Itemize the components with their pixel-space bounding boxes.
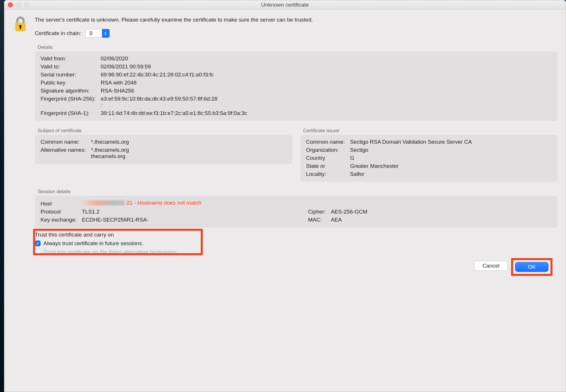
cipher-label: Cipher: xyxy=(308,209,326,215)
session-panel: Host :21 - Hostname does not match Proto… xyxy=(35,196,558,228)
mac-value: AEA xyxy=(331,217,552,223)
trust-althosts-checkbox: ✓ xyxy=(35,249,41,255)
sha1-value: 39:11:4d:74:4b:dd:ee:f3:1b:e7:2c:a5:e1:8… xyxy=(101,110,552,116)
pubkey-label: Public key xyxy=(41,80,95,86)
svg-rect-5 xyxy=(20,27,21,29)
issuer-cn-value: Sectigo RSA Domain Validation Secure Ser… xyxy=(350,139,552,145)
cancel-button[interactable]: Cancel xyxy=(474,261,508,271)
kex-label: Key exchange: xyxy=(41,217,77,223)
protocol-value: TLS1.2 xyxy=(82,209,303,215)
issuer-org-value: Sectigo xyxy=(350,147,552,153)
chain-select[interactable]: 0 xyxy=(85,29,102,38)
ok-button-label: OK xyxy=(528,264,536,270)
issuer-state-label: State or xyxy=(306,163,345,169)
host-redacted xyxy=(82,200,125,205)
trust-title: Trust this certificate and carry on xyxy=(35,232,558,238)
serial-value: 69:96:90:ef:22:4b:30:4c:21:28:02:c4:f1:a… xyxy=(101,72,552,78)
window-minimize-button[interactable] xyxy=(16,2,21,7)
issuer-loc-value: Salfor xyxy=(350,171,552,177)
issuer-state-value: Greater Manchester xyxy=(350,163,552,169)
sha256-label: Fingerprint (SHA-256): xyxy=(41,96,95,108)
host-label: Host xyxy=(41,201,77,207)
issuer-country-label: Country xyxy=(306,155,345,161)
valid-to-label: Valid to: xyxy=(41,64,95,70)
host-value-text: :21 - Hostname does not match xyxy=(125,200,201,206)
serial-label: Serial number: xyxy=(41,72,95,78)
subject-an-label: Alternative names: xyxy=(41,147,86,160)
titlebar: Unknown certificate xyxy=(4,0,566,9)
issuer-legend: Certificate issuer xyxy=(303,128,558,134)
issuer-cn-label: Common name: xyxy=(306,139,345,145)
subject-legend: Subject of certificate xyxy=(38,128,292,134)
lock-icon xyxy=(13,16,28,392)
kex-value: ECDHE-SECP256R1-RSA- xyxy=(82,217,303,223)
always-trust-row[interactable]: ✓ Always trust certificate in future ses… xyxy=(35,240,558,247)
sha256-value: e3:ef:59:9c:10:8b:da:db:43:e9:59:50:57:8… xyxy=(101,96,552,108)
sigalg-label: Signature algorithm: xyxy=(41,88,95,94)
trust-althosts-row: ✓ Trust this certificate on the listed a… xyxy=(35,249,558,255)
subject-panel: Common name: *.thecamels.org Alternative… xyxy=(35,135,292,164)
sha1-label: Fingerprint (SHA-1): xyxy=(41,110,95,116)
window-zoom-button[interactable] xyxy=(24,2,30,7)
session-legend: Session details xyxy=(38,189,558,195)
valid-from-value: 02/06/2020 xyxy=(101,55,552,62)
always-trust-label: Always trust certificate in future sessi… xyxy=(43,240,143,247)
cancel-button-label: Cancel xyxy=(482,263,499,269)
intro-text: The server's certificate is unknown. Ple… xyxy=(35,16,558,24)
subject-cn-label: Common name: xyxy=(41,139,86,145)
sigalg-value: RSA-SHA256 xyxy=(101,88,552,94)
issuer-loc-label: Locality: xyxy=(306,171,345,177)
issuer-country-value: G xyxy=(350,155,552,161)
issuer-panel: Common name: Sectigo RSA Domain Validati… xyxy=(300,135,558,182)
ok-button[interactable]: OK xyxy=(515,262,548,272)
details-legend: Details xyxy=(38,45,558,50)
issuer-org-label: Organization: xyxy=(306,147,345,153)
trust-althosts-label: Trust this certificate on the listed alt… xyxy=(43,249,178,255)
protocol-label: Protocol xyxy=(41,209,77,215)
certificate-dialog: Unknown certificate The server's certifi… xyxy=(4,0,566,392)
pubkey-value: RSA with 2048 xyxy=(101,80,552,86)
host-value: :21 - Hostname does not match xyxy=(82,200,552,206)
subject-an-value: *.thecamels.org thecamels.org xyxy=(91,147,286,160)
mac-label: MAC: xyxy=(308,217,326,223)
cipher-value: AES-256-GCM xyxy=(331,209,552,215)
valid-from-label: Valid from: xyxy=(41,55,95,62)
chevron-updown-icon: ▲▼ xyxy=(102,29,110,38)
subject-cn-value: *.thecamels.org xyxy=(91,139,286,145)
window-close-button[interactable] xyxy=(8,2,13,7)
always-trust-checkbox[interactable]: ✓ xyxy=(35,241,41,246)
ok-highlight-box: OK xyxy=(514,261,550,273)
valid-to-value: 02/06/2021 00:59:59 xyxy=(101,64,552,70)
window-title: Unknown certificate xyxy=(4,2,566,8)
chain-label: Certificate in chain: xyxy=(35,30,81,36)
details-panel: Valid from: 02/06/2020 Valid to: 02/06/2… xyxy=(35,51,558,121)
